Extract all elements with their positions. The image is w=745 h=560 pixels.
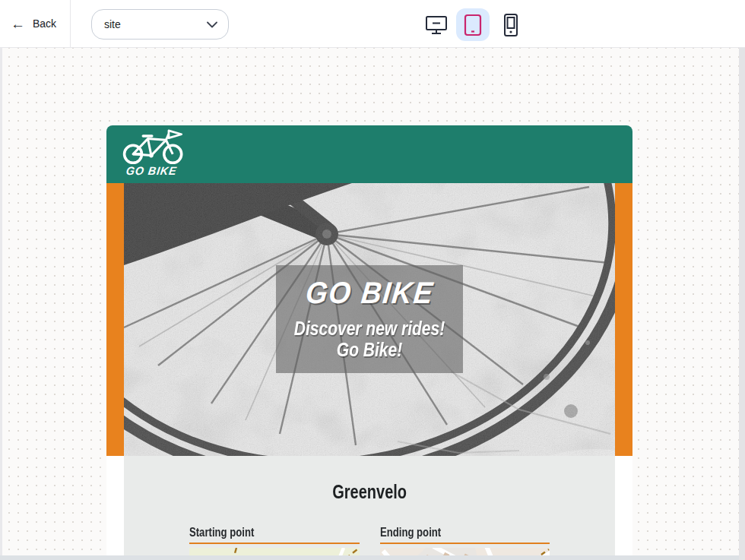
back-label: Back	[33, 17, 56, 30]
starting-point-label: Starting point	[189, 526, 254, 539]
device-desktop-button[interactable]	[420, 8, 453, 41]
mobile-icon	[502, 13, 520, 37]
hero-tagline-line2: Go Bike!	[291, 339, 449, 360]
hero-tagline: Discover new rides! Go Bike!	[276, 318, 463, 360]
hero-section: GO BIKE Discover new rides! Go Bike!	[106, 183, 632, 456]
bicycle-logo-icon	[122, 129, 192, 166]
device-tablet-button-selected[interactable]	[456, 8, 490, 41]
tablet-icon	[464, 14, 482, 36]
chevron-down-icon	[207, 21, 217, 28]
hero-photo: GO BIKE Discover new rides! Go Bike!	[124, 183, 615, 456]
toolbar-divider	[70, 0, 71, 47]
back-button[interactable]: ← Back	[11, 12, 56, 35]
logo-wordmark: GO BIKE	[125, 164, 192, 177]
page-select-dropdown[interactable]: site	[91, 9, 229, 40]
hero-title: GO BIKE	[303, 276, 435, 310]
preview-canvas: GO BIKE	[0, 48, 745, 560]
site-preview-frame: GO BIKE	[106, 125, 632, 560]
site-logo[interactable]: GO BIKE	[122, 129, 195, 177]
starting-point-header: Starting point	[189, 526, 360, 544]
desktop-icon	[425, 15, 448, 35]
ending-point-header: Ending point	[380, 526, 550, 544]
hero-overlay-card: GO BIKE Discover new rides! Go Bike!	[276, 265, 463, 373]
hero-tagline-line1: Discover new rides!	[291, 318, 449, 339]
top-toolbar: ← Back site	[0, 0, 745, 48]
back-arrow-icon: ←	[11, 17, 25, 31]
ending-point-label: Ending point	[380, 526, 441, 539]
left-edge-strip	[0, 48, 2, 560]
vertical-scrollbar[interactable]	[739, 48, 745, 560]
site-header: GO BIKE	[106, 125, 632, 183]
device-mobile-button[interactable]	[494, 8, 528, 41]
page-select-value: site	[104, 18, 207, 30]
route-heading: Greenvelo	[332, 481, 407, 503]
horizontal-scrollbar[interactable]	[0, 555, 739, 560]
route-section: Greenvelo Starting point	[124, 456, 615, 560]
